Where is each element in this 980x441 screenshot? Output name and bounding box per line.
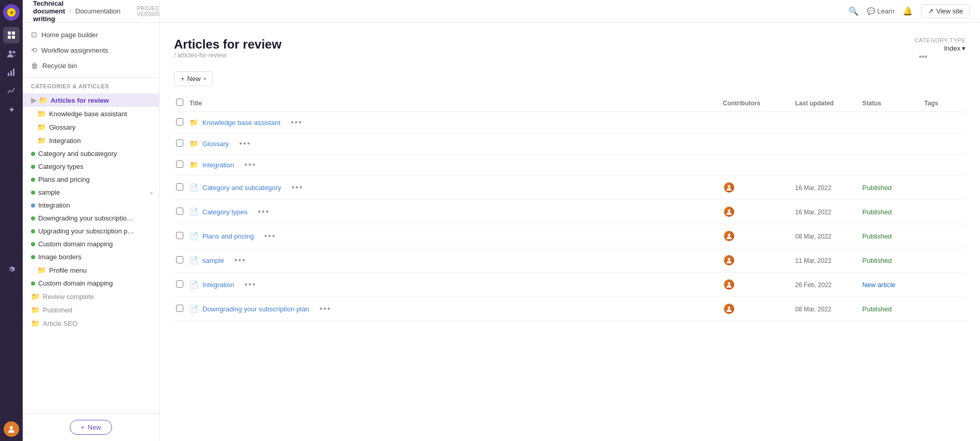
sidebar-item-label-workflow: Workflow assignments: [41, 46, 108, 54]
topbar-right-section: 🔍 💬 Learn 🔔 ↗ View site: [160, 0, 980, 23]
category-type-selector[interactable]: Index ▾: [914, 44, 966, 52]
file-icon: 📄: [189, 280, 198, 289]
row-menu-dots[interactable]: •••: [291, 118, 303, 127]
sidebar-item-sample[interactable]: sample «: [23, 186, 159, 199]
article-title-link[interactable]: Integration: [202, 281, 234, 289]
app-logo[interactable]: ★: [3, 4, 20, 21]
sidebar-item-image-borders[interactable]: Image borders: [23, 250, 159, 263]
view-site-button[interactable]: ↗ View site: [921, 4, 970, 18]
sidebar-item-custom-domain-2[interactable]: Custom domain mapping: [23, 277, 159, 290]
tree-item-label-downgrading: Downgrading your subscriptio…: [38, 214, 133, 222]
row-menu-dots[interactable]: •••: [320, 304, 331, 313]
learn-button[interactable]: 💬 Learn: [867, 7, 894, 15]
select-all-checkbox[interactable]: [176, 99, 183, 106]
article-title-link[interactable]: Knowledge base assistant: [202, 119, 280, 127]
add-icon: +: [181, 75, 185, 83]
rail-icon-analytics[interactable]: [3, 83, 20, 99]
search-button[interactable]: 🔍: [848, 6, 859, 16]
tree-item-label-published: Published: [43, 306, 72, 314]
sidebar-item-category-subcategory[interactable]: Category and subcategory: [23, 147, 159, 160]
article-title-link[interactable]: sample: [202, 257, 224, 264]
sidebar-item-plans-pricing[interactable]: Plans and pricing: [23, 173, 159, 186]
sidebar-item-recycle[interactable]: 🗑 Recycle bin: [23, 58, 159, 73]
contributor-avatars: [723, 206, 789, 218]
page-header: Articles for review / articles-for-revie…: [174, 37, 966, 68]
article-title-link[interactable]: Glossary: [202, 140, 229, 148]
sidebar-wrapper: Technical document writing / Documentati…: [23, 0, 160, 441]
sidebar-item-articles-for-review[interactable]: ▶ 📁 Articles for review: [23, 93, 159, 107]
row-checkbox[interactable]: [176, 139, 183, 147]
row-checkbox[interactable]: [176, 280, 183, 288]
rail-icon-star[interactable]: ✦: [3, 101, 20, 118]
sidebar-item-glossary[interactable]: 📁 Glossary: [23, 120, 159, 134]
row-checkbox[interactable]: [176, 183, 183, 191]
th-status: Status: [862, 94, 924, 112]
row-menu-dots[interactable]: •••: [258, 207, 270, 216]
row-checkbox[interactable]: [176, 256, 183, 263]
add-new-button[interactable]: + New ▾: [174, 71, 213, 86]
row-menu-dots[interactable]: •••: [264, 231, 276, 241]
tree-item-label-integration-art: Integration: [38, 201, 70, 209]
sidebar-item-review-complete[interactable]: 📁 Review complete: [23, 290, 159, 303]
table-row: 📁 Knowledge base assistant •••: [174, 112, 966, 133]
rail-icon-chart[interactable]: [3, 64, 20, 81]
article-title-link[interactable]: Downgrading your subscription plan: [202, 305, 309, 313]
title-cell: 📁 Knowledge base assistant •••: [189, 118, 717, 127]
row-menu-dots[interactable]: •••: [234, 256, 246, 265]
status-badge: Published: [862, 305, 892, 313]
rail-icon-users[interactable]: [3, 45, 20, 62]
updated-text: 26 Feb, 2022: [795, 281, 832, 289]
article-title-link[interactable]: Integration: [202, 161, 234, 169]
table-row: 📄 sample ••• 11 Mar, 2022Published: [174, 248, 966, 273]
collapse-sidebar-btn[interactable]: «: [150, 190, 153, 196]
sidebar-item-home-page-builder[interactable]: ⊡ Home page builder: [23, 27, 159, 42]
sidebar-item-integration-article[interactable]: Integration: [23, 199, 159, 212]
table-row: 📁 Glossary •••: [174, 133, 966, 154]
article-title-link[interactable]: Category types: [202, 208, 247, 216]
sidebar-item-downgrading[interactable]: Downgrading your subscriptio…: [23, 212, 159, 225]
sidebar-item-workflow[interactable]: ⟲ Workflow assignments: [23, 42, 159, 58]
row-menu-dots[interactable]: •••: [244, 280, 256, 289]
more-options-btn[interactable]: •••: [919, 52, 927, 61]
svg-rect-2: [8, 32, 11, 35]
status-cell: [862, 112, 924, 133]
status-dot: [31, 255, 35, 259]
sidebar-item-profile-menu[interactable]: 📁 Profile menu: [23, 263, 159, 277]
sidebar-item-custom-domain[interactable]: Custom domain mapping: [23, 238, 159, 250]
th-checkbox: [174, 94, 189, 112]
content-area: Articles for review / articles-for-revie…: [160, 23, 980, 441]
user-avatar-rail[interactable]: [4, 421, 19, 437]
new-button[interactable]: + New: [70, 420, 112, 435]
row-checkbox[interactable]: [176, 232, 183, 239]
row-checkbox[interactable]: [176, 118, 183, 125]
sidebar-item-article-seo[interactable]: 📁 Article SEO: [23, 317, 159, 330]
rail-icon-home[interactable]: [3, 27, 20, 43]
status-cell: Published: [862, 297, 924, 321]
sidebar-item-upgrading[interactable]: Upgrading your subscription p…: [23, 225, 159, 238]
category-type-chevron: ▾: [962, 44, 966, 52]
sidebar-item-knowledge-base[interactable]: 📁 Knowledge base assistant: [23, 107, 159, 120]
row-menu-dots[interactable]: •••: [239, 139, 251, 148]
svg-rect-3: [12, 32, 15, 35]
row-checkbox[interactable]: [176, 305, 183, 312]
row-menu-dots[interactable]: •••: [244, 160, 256, 169]
row-menu-dots[interactable]: •••: [291, 183, 303, 192]
tree-item-label-custom-domain: Custom domain mapping: [38, 240, 113, 248]
rail-icon-settings[interactable]: [3, 261, 20, 278]
chat-icon: 💬: [867, 7, 875, 15]
tags-cell: [924, 297, 966, 321]
folder-icon: ▶ 📁: [31, 96, 48, 104]
row-checkbox[interactable]: [176, 161, 183, 168]
status-cell: Published: [862, 224, 924, 248]
th-tags: Tags: [924, 94, 966, 112]
article-title-link[interactable]: Plans and pricing: [202, 232, 254, 240]
tags-cell: [924, 224, 966, 248]
article-title-link[interactable]: Category and subcategory: [202, 184, 281, 192]
sidebar-item-published[interactable]: 📁 Published: [23, 303, 159, 317]
notification-button[interactable]: 🔔: [903, 6, 913, 16]
sidebar-item-category-types[interactable]: Category types: [23, 160, 159, 173]
status-dot: [31, 229, 35, 233]
svg-rect-4: [8, 36, 11, 39]
row-checkbox[interactable]: [176, 208, 183, 215]
sidebar-item-integration-folder[interactable]: 📁 Integration: [23, 134, 159, 147]
